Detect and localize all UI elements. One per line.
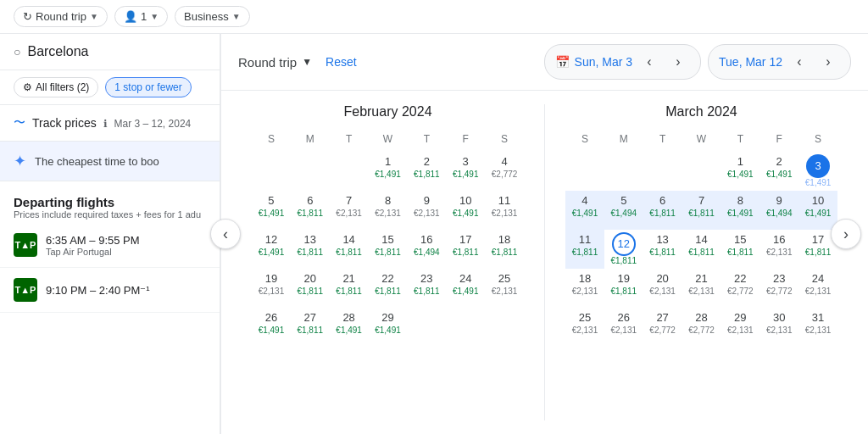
day-number: 29 — [734, 310, 746, 326]
calendar-day[interactable]: 3€1,491 — [798, 152, 837, 191]
calendar-day[interactable]: 13€1,811 — [643, 230, 682, 269]
end-date-btn[interactable]: Tue, Mar 12 ‹ › — [708, 44, 851, 80]
start-date-next[interactable]: › — [666, 50, 690, 74]
day-price: €1,811 — [297, 287, 323, 297]
day-number: 8 — [737, 193, 743, 209]
calendar-next-btn[interactable]: › — [831, 219, 861, 249]
calendar-day[interactable]: 26€1,491 — [252, 308, 291, 347]
day-price: €1,494 — [610, 209, 637, 219]
calendar-day[interactable]: 16€2,131 — [760, 230, 798, 269]
calendar-day[interactable]: 4€1,491 — [565, 191, 604, 230]
calendar-day[interactable]: 29€1,491 — [369, 308, 408, 347]
calendar-day[interactable]: 9€2,131 — [407, 191, 446, 230]
flight-item-2[interactable]: T▲P 9:10 PM – 2:40 PM⁻¹ — [0, 268, 220, 313]
calendar-day[interactable]: 22€2,772 — [721, 269, 760, 308]
calendar-day[interactable]: 25€2,131 — [565, 308, 604, 347]
calendar-day[interactable]: 9€1,494 — [760, 191, 798, 230]
cheapest-text: The cheapest time to boo — [35, 155, 159, 168]
day-of-week: F — [760, 130, 798, 152]
day-number: 1 — [737, 154, 743, 170]
calendar-day[interactable]: 2€1,491 — [760, 152, 798, 191]
calendar-day[interactable]: 5€1,491 — [252, 191, 291, 230]
calendar-day[interactable]: 20€1,811 — [291, 269, 330, 308]
calendar-day[interactable]: 2€1,811 — [407, 152, 446, 191]
start-date-btn[interactable]: 📅 Sun, Mar 3 ‹ › — [544, 44, 701, 80]
calendar-day[interactable]: 7€2,131 — [330, 191, 369, 230]
calendar-day[interactable]: 11€2,131 — [485, 191, 524, 230]
calendar-day[interactable]: 12€1,491 — [252, 230, 291, 269]
calendar-day[interactable]: 14€1,811 — [682, 230, 721, 269]
all-filters-btn[interactable]: ⚙ All filters (2) — [14, 77, 98, 97]
calendar-day[interactable]: 21€2,131 — [682, 269, 721, 308]
day-price: €2,131 — [492, 287, 518, 297]
filters-bar: ⚙ All filters (2) 1 stop or fewer — [0, 70, 220, 105]
calendar-day[interactable]: 10€1,491 — [446, 191, 485, 230]
calendar-day[interactable]: 6€1,811 — [291, 191, 330, 230]
day-number: 22 — [734, 271, 746, 287]
day-price: €1,811 — [492, 248, 518, 258]
end-date-next[interactable]: › — [816, 50, 840, 74]
day-number: 14 — [695, 232, 707, 248]
empty-day — [604, 152, 643, 191]
departing-flights-title: Departing flights — [14, 195, 206, 209]
march-title: March 2024 — [565, 104, 837, 120]
calendar-day[interactable]: 24€1,491 — [446, 269, 485, 308]
day-number: 19 — [618, 271, 630, 287]
calendar-day[interactable]: 24€2,131 — [798, 269, 837, 308]
calendar-day[interactable]: 8€1,491 — [721, 191, 760, 230]
calendar-day[interactable]: 21€1,811 — [330, 269, 369, 308]
round-trip-selector[interactable]: ↻ Round trip ▼ — [14, 6, 108, 27]
calendar-day[interactable]: 3€1,491 — [446, 152, 485, 191]
calendar-day[interactable]: 6€1,811 — [643, 191, 682, 230]
calendar-day[interactable]: 28€2,772 — [682, 308, 721, 347]
calendar-reset-btn[interactable]: Reset — [326, 55, 357, 69]
calendar-day[interactable]: 30€2,131 — [760, 308, 798, 347]
calendar-day[interactable]: 27€2,772 — [643, 308, 682, 347]
calendar-day[interactable]: 23€1,811 — [407, 269, 446, 308]
calendar-day[interactable]: 18€1,811 — [485, 230, 524, 269]
calendar-day[interactable]: 19€2,131 — [252, 269, 291, 308]
day-number: 10 — [812, 193, 824, 209]
day-price: €2,131 — [649, 287, 676, 297]
end-date-prev[interactable]: ‹ — [787, 50, 811, 74]
calendar-day[interactable]: 12€1,811 — [604, 230, 643, 269]
stop-filter-btn[interactable]: 1 stop or fewer — [105, 77, 191, 97]
calendar-day[interactable]: 8€2,131 — [369, 191, 408, 230]
passengers-selector[interactable]: 👤 1 ▼ — [114, 6, 168, 27]
calendar-day[interactable]: 28€1,491 — [330, 308, 369, 347]
calendar-day[interactable]: 16€1,494 — [407, 230, 446, 269]
calendar-day[interactable]: 13€1,811 — [291, 230, 330, 269]
calendar-day[interactable]: 31€2,131 — [798, 308, 837, 347]
calendar-prev-btn[interactable]: ‹ — [210, 219, 241, 249]
calendar-day[interactable]: 4€2,772 — [485, 152, 524, 191]
calendar-day[interactable]: 11€1,811 — [565, 230, 604, 269]
sparkle-icon: ✦ — [14, 152, 26, 170]
day-price: €1,811 — [649, 248, 676, 258]
calendar-day[interactable]: 17€1,811 — [446, 230, 485, 269]
calendar-day[interactable]: 19€1,811 — [604, 269, 643, 308]
calendar-day[interactable]: 7€1,811 — [682, 191, 721, 230]
calendar-day[interactable]: 20€2,131 — [643, 269, 682, 308]
start-date-prev[interactable]: ‹ — [637, 50, 661, 74]
calendar-day[interactable]: 1€1,491 — [721, 152, 760, 191]
february-title: February 2024 — [252, 104, 524, 120]
calendar-trip-type[interactable]: Round trip ▼ — [238, 55, 312, 70]
calendar-day[interactable]: 15€1,811 — [721, 230, 760, 269]
day-number: 14 — [342, 232, 354, 248]
calendar-day[interactable]: 29€2,131 — [721, 308, 760, 347]
calendar-day[interactable]: 22€1,811 — [369, 269, 408, 308]
calendar-day[interactable]: 23€2,772 — [760, 269, 798, 308]
calendar-day[interactable]: 1€1,491 — [369, 152, 408, 191]
class-selector[interactable]: Business ▼ — [175, 6, 250, 27]
calendar-day[interactable]: 25€2,131 — [485, 269, 524, 308]
calendar-day[interactable]: 27€1,811 — [291, 308, 330, 347]
calendar-day[interactable]: 18€2,131 — [565, 269, 604, 308]
calendar-day[interactable]: 15€1,811 — [369, 230, 408, 269]
flight-item-1[interactable]: T▲P 6:35 AM – 9:55 PM Tap Air Portugal — [0, 223, 220, 268]
calendar-day[interactable]: 5€1,494 — [604, 191, 643, 230]
calendar-day[interactable]: 26€2,131 — [604, 308, 643, 347]
calendar-day[interactable]: 14€1,811 — [330, 230, 369, 269]
calendar-day[interactable]: 10€1,491 — [798, 191, 837, 230]
day-number: 18 — [498, 232, 510, 248]
empty-day — [682, 152, 721, 191]
